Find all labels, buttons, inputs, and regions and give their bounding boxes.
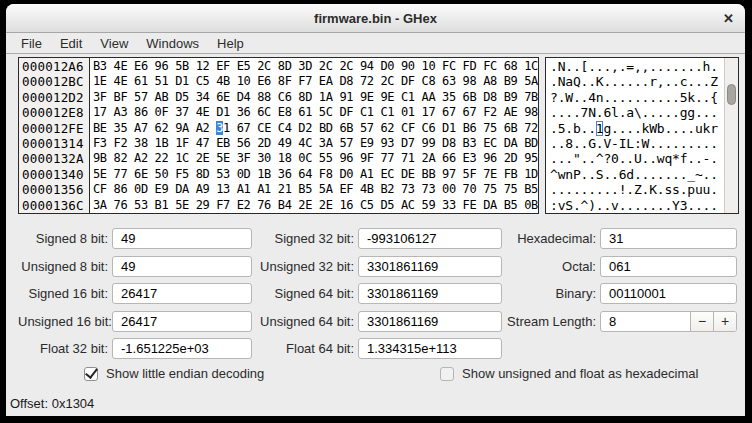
offset-cell: 000012E8	[22, 105, 89, 120]
hex-row[interactable]: 17 A3 86 0F 37 4E D1 36 6C E8 61 5C DF C…	[93, 105, 538, 120]
unsigned-64-bit-field[interactable]: 3301861169	[358, 311, 502, 332]
hex-row[interactable]: CF 86 0D E9 DA A9 13 A1 A1 21 B5 5A EF 4…	[93, 182, 538, 197]
offset-cell: 0000136C	[22, 198, 89, 213]
float-64-bit-value: 1.334315e+113	[359, 341, 457, 356]
ascii-row[interactable]: .N..[...,.=,,.......h.	[550, 59, 724, 74]
signed-16-bit-field[interactable]: 26417	[112, 283, 252, 304]
stream-length-label: Stream Length:	[502, 314, 596, 329]
ascii-row[interactable]: ?.W..4n..........5k..{	[550, 90, 724, 105]
offset-cell: 00001314	[22, 136, 89, 151]
offset-cell: 0000132A	[22, 151, 89, 166]
float-64-bit-field[interactable]: 1.334315e+113	[358, 338, 502, 359]
close-icon[interactable]: ✕	[723, 12, 734, 25]
ascii-row[interactable]: .........!.Z.K.ss.puu.	[550, 182, 724, 197]
menu-item-file[interactable]: File	[12, 36, 51, 51]
unsigned-32-bit-label: Unsigned 32 bit:	[258, 259, 354, 274]
unsigned-16-bit-field[interactable]: 26417	[112, 311, 252, 332]
hex-panel: 000012A6000012BC000012D2000012E8000012FE…	[18, 57, 539, 214]
converter-column: Signed 32 bit:-993106127Unsigned 32 bit:…	[258, 228, 502, 359]
binary-row: Binary:00110001	[502, 283, 737, 304]
unsigned-64-bit-value: 3301861169	[359, 314, 438, 329]
offset-cell: 000012A6	[22, 59, 89, 74]
hex-row[interactable]: 3A 76 53 B1 5E 29 F7 E2 76 B4 2E 2E 16 C…	[93, 198, 538, 213]
little-endian-label: Show little endian decoding	[106, 366, 264, 381]
ascii-row[interactable]: .5.b..1g....kWb....ukr	[550, 121, 724, 136]
offset-cell: 000012FE	[22, 121, 89, 136]
ascii-area[interactable]: .N..[...,.=,,.......h..NaQ..K......r,..c…	[546, 58, 724, 213]
unsigned-32-bit-row: Unsigned 32 bit:3301861169	[258, 256, 502, 277]
unsigned-32-bit-field[interactable]: 3301861169	[358, 256, 502, 277]
unsigned-float-hex-checkbox[interactable]	[440, 367, 454, 381]
unsigned-8-bit-field[interactable]: 49	[112, 256, 252, 277]
little-endian-checkbox[interactable]	[84, 367, 98, 381]
offset-cell: 000012D2	[22, 90, 89, 105]
ghex-window: firmware.bin - GHex ✕ FileEditViewWindow…	[6, 4, 745, 416]
unsigned-16-bit-label: Unsigned 16 bit:	[18, 314, 108, 329]
ascii-row[interactable]: :vS.^)..v.......Y3....	[550, 198, 724, 213]
unsigned-64-bit-label: Unsigned 64 bit:	[258, 314, 354, 329]
menu-item-view[interactable]: View	[91, 36, 137, 51]
hex-row[interactable]: BE 35 A7 62 9A A2 31 67 CE C4 D2 BD 6B 5…	[93, 121, 538, 136]
float-32-bit-row: Float 32 bit:-1.651225e+03	[18, 338, 252, 359]
titlebar[interactable]: firmware.bin - GHex ✕	[6, 4, 745, 33]
status-offset: Offset: 0x1304	[10, 396, 94, 411]
ascii-row[interactable]: .NaQ..K......r,..c...Z	[550, 74, 724, 89]
float-64-bit-label: Float 64 bit:	[258, 341, 354, 356]
octal-field[interactable]: 061	[600, 256, 737, 277]
stream-length-value: 8	[601, 314, 690, 329]
hexadecimal-value: 31	[601, 231, 623, 246]
signed-32-bit-value: -993106127	[359, 231, 436, 246]
signed-64-bit-row: Signed 64 bit:3301861169	[258, 283, 502, 304]
unsigned-32-bit-value: 3301861169	[359, 259, 438, 274]
ascii-row[interactable]: ..."..^?0..U..wq*f..-.	[550, 151, 724, 166]
stream-length-increment-button[interactable]: +	[713, 312, 736, 331]
hex-row[interactable]: 1E 4E 61 51 D1 C5 4B 10 E6 8F F7 EA D8 7…	[93, 74, 538, 89]
signed-16-bit-value: 26417	[113, 286, 157, 301]
stream-length-field[interactable]: 8−+	[600, 311, 737, 332]
hexadecimal-label: Hexadecimal:	[502, 231, 596, 246]
signed-16-bit-label: Signed 16 bit:	[18, 286, 108, 301]
binary-field[interactable]: 00110001	[600, 283, 737, 304]
signed-8-bit-label: Signed 8 bit:	[18, 231, 108, 246]
offset-column: 000012A6000012BC000012D2000012E8000012FE…	[19, 58, 90, 213]
ascii-row[interactable]: ..8..G.V-IL:W.........	[550, 136, 724, 151]
hex-cursor[interactable]: 3	[216, 121, 223, 135]
hex-byte-area[interactable]: B3 4E E6 96 5B 12 EF E5 2C 8D 3D 2C 2C 9…	[90, 58, 538, 213]
ascii-row[interactable]: ....7N.6l.a\.....gg...	[550, 105, 724, 120]
signed-8-bit-field[interactable]: 49	[112, 228, 252, 249]
offset-cell: 00001340	[22, 167, 89, 182]
little-endian-option[interactable]: Show little endian decoding	[84, 366, 264, 381]
float-32-bit-value: -1.651225e+03	[113, 341, 209, 356]
signed-64-bit-value: 3301861169	[359, 286, 438, 301]
unsigned-float-hex-option[interactable]: Show unsigned and float as hexadecimal	[440, 366, 698, 381]
vertical-scrollbar[interactable]	[724, 58, 738, 213]
octal-value: 061	[601, 259, 631, 274]
unsigned-16-bit-row: Unsigned 16 bit:26417	[18, 311, 252, 332]
hex-row[interactable]: 3F BF 57 AB D5 34 6E D4 88 C6 8D 1A 91 9…	[93, 90, 538, 105]
float-32-bit-field[interactable]: -1.651225e+03	[112, 338, 252, 359]
float-32-bit-label: Float 32 bit:	[18, 341, 108, 356]
menu-item-windows[interactable]: Windows	[137, 36, 208, 51]
window-title: firmware.bin - GHex	[314, 11, 437, 26]
offset-cell: 000012BC	[22, 74, 89, 89]
signed-32-bit-field[interactable]: -993106127	[358, 228, 502, 249]
signed-64-bit-field[interactable]: 3301861169	[358, 283, 502, 304]
hex-row[interactable]: 5E 77 6E 50 F5 8D 53 0D 1B 36 64 F8 D0 A…	[93, 167, 538, 182]
hexadecimal-field[interactable]: 31	[600, 228, 737, 249]
hex-row[interactable]: B3 4E E6 96 5B 12 EF E5 2C 8D 3D 2C 2C 9…	[93, 59, 538, 74]
ascii-row[interactable]: ^wnP..S..6d......._~..	[550, 167, 724, 182]
hex-row[interactable]: 9B 82 A2 22 1C 2E 5E 3F 30 18 0C 55 96 9…	[93, 151, 538, 166]
scrollbar-thumb[interactable]	[727, 84, 736, 105]
stream-length-decrement-button[interactable]: −	[690, 312, 713, 331]
signed-64-bit-label: Signed 64 bit:	[258, 286, 354, 301]
hex-row[interactable]: F3 F2 38 1B 1F 47 EB 56 2D 49 4C 3A 57 E…	[93, 136, 538, 151]
ascii-cursor[interactable]: 1	[596, 121, 604, 136]
converter-column: Signed 8 bit:49Unsigned 8 bit:49Signed 1…	[18, 228, 252, 359]
menu-item-help[interactable]: Help	[208, 36, 253, 51]
menubar: FileEditViewWindowsHelp	[6, 33, 745, 54]
menu-item-edit[interactable]: Edit	[51, 36, 91, 51]
binary-value: 00110001	[601, 286, 666, 301]
stream-length-row: Stream Length:8−+	[502, 311, 737, 332]
signed-8-bit-value: 49	[113, 231, 135, 246]
signed-32-bit-row: Signed 32 bit:-993106127	[258, 228, 502, 249]
